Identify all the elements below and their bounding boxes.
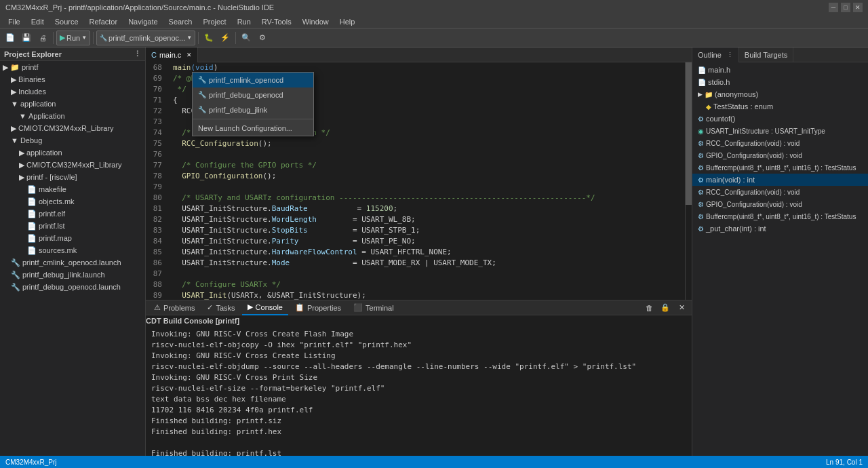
outline-label-main-h: main.h: [708, 66, 730, 74]
outline-icon-anonymous: 📁: [705, 91, 713, 98]
menu-help[interactable]: Help: [334, 15, 361, 28]
menu-window[interactable]: Window: [297, 15, 334, 28]
editor-tab-main[interactable]: C main.c ✕: [146, 47, 198, 62]
outline-item-rcc-config2[interactable]: ⚙ RCC_Configuration(void) : void: [692, 186, 868, 198]
menu-source[interactable]: Source: [50, 15, 84, 28]
title-bar-controls[interactable]: ─ □ ✕: [829, 3, 863, 12]
tab-terminal[interactable]: ⬛ Terminal: [348, 300, 399, 315]
outline-item-gpio-config2[interactable]: ⚙ GPIO_Configuration(void) : void: [692, 198, 868, 210]
tree-item-debug[interactable]: ▼ Debug: [0, 134, 145, 147]
tab-console[interactable]: ▶ Console: [242, 300, 288, 315]
menu-rvtools[interactable]: RV-Tools: [256, 15, 297, 28]
tab-outline[interactable]: Outline ⋮: [692, 47, 739, 62]
project-explorer-menu[interactable]: ⋮: [134, 50, 141, 58]
tree-item-makefile[interactable]: 📄 makefile: [0, 183, 145, 195]
tree-label-printf-riscv: printf - [riscv/le]: [26, 173, 77, 181]
build-targets-label: Build Targets: [745, 51, 787, 59]
toolbar-print[interactable]: 🖨: [35, 31, 50, 45]
outline-item-buffercmp1[interactable]: ⚙ Buffercmp(uint8_t*, uint8_t*, uint16_t…: [692, 161, 868, 174]
outline-item-main-h[interactable]: 📄 main.h: [692, 64, 868, 76]
outline-item-buffercmp2[interactable]: ⚙ Buffercmp(uint8_t*, uint8_t*, uint16_t…: [692, 210, 868, 222]
tab-build-targets[interactable]: Build Targets: [739, 47, 793, 62]
tree-item-launch-cmlink[interactable]: 🔧 printf_cmlink_openocd.launch: [0, 256, 145, 269]
tree-item-includes[interactable]: ▶ Includes: [0, 85, 145, 98]
tree-item-printf[interactable]: ▶ 📁 printf: [0, 61, 145, 73]
toolbar-settings[interactable]: ⚙: [255, 31, 270, 45]
toolbar-search[interactable]: 🔍: [239, 31, 254, 45]
menu-edit[interactable]: Edit: [26, 15, 50, 28]
run-config-selector[interactable]: ▶ Run ▼: [56, 31, 90, 45]
menu-bar: File Edit Source Refactor Navigate Searc…: [0, 15, 868, 28]
toolbar-build[interactable]: ⚡: [218, 31, 233, 45]
tree-item-printf-elf[interactable]: 📄 printf.elf: [0, 208, 145, 220]
outline-item-usart-struct[interactable]: ◉ USART_InitStructure : USART_InitType: [692, 125, 868, 137]
status-left: CM32M4xxR_Prj: [5, 459, 57, 466]
outline-item-teststatus[interactable]: ◆ TestStatus : enum: [692, 100, 868, 113]
editor-scrollbar[interactable]: [685, 62, 692, 300]
menu-refactor[interactable]: Refactor: [84, 15, 123, 28]
outline-item-main[interactable]: ⚙ main(void) : int: [692, 174, 868, 186]
launch-item-label-3: printf_debug_jlink: [209, 106, 267, 114]
toolbar-debug[interactable]: 🐛: [201, 31, 216, 45]
tree-item-debug-cmiot[interactable]: ▶ CMIOT.CM32M4xxR_Library: [0, 159, 145, 171]
tree-item-binaries[interactable]: ▶ Binaries: [0, 73, 145, 85]
tab-tasks[interactable]: ✓ Tasks: [201, 300, 240, 315]
maximize-button[interactable]: □: [841, 3, 850, 12]
scrollbar-thumb[interactable]: [686, 62, 692, 205]
tree-item-printf-lst[interactable]: 📄 printf.lst: [0, 220, 145, 232]
tree-item-cmiot-library[interactable]: ▶ CMIOT.CM32M4xxR_Library: [0, 122, 145, 134]
outline-label-anonymous: (anonymous): [715, 90, 758, 98]
outline-icon-stdio-h: 📄: [698, 79, 706, 86]
outline-item-anonymous[interactable]: ▶ 📁 (anonymous): [692, 88, 868, 100]
project-tree[interactable]: ▶ 📁 printf ▶ Binaries ▶ Includes ▼ appli…: [0, 61, 145, 456]
tree-item-objects-mk[interactable]: 📄 objects.mk: [0, 195, 145, 208]
outline-label-countof: countof(): [706, 115, 735, 123]
tree-item-application[interactable]: ▼ application: [0, 98, 145, 110]
console-line-7: text data bss dec hex filename: [151, 394, 686, 405]
tree-item-Application[interactable]: ▼ Application: [0, 110, 145, 122]
tree-item-sources-mk[interactable]: 📄 sources.mk: [0, 244, 145, 256]
run-config-arrow: ▼: [81, 35, 87, 41]
tree-item-debug-app[interactable]: ▶ application: [0, 147, 145, 159]
outline-tab-menu[interactable]: ⋮: [727, 52, 733, 58]
launch-config-dropdown[interactable]: 🔧 printf_cmlink_openoc... ▼ 🔧 printf_cml…: [96, 31, 195, 45]
toolbar-save[interactable]: 💾: [19, 31, 34, 45]
menu-navigate[interactable]: Navigate: [123, 15, 163, 28]
outline-item-gpio-config[interactable]: ⚙ GPIO_Configuration(void) : void: [692, 149, 868, 161]
tab-properties-label: Properties: [307, 304, 341, 312]
menu-run[interactable]: Run: [232, 15, 256, 28]
toolbar-new[interactable]: 📄: [3, 31, 18, 45]
bottom-close-btn[interactable]: ✕: [674, 300, 689, 315]
bottom-scroll-btn[interactable]: 🔒: [658, 300, 673, 315]
launch-option-3[interactable]: 🔧 printf_debug_jlink: [193, 102, 313, 117]
outline-item-rcc-config[interactable]: ⚙ RCC_Configuration(void) : void: [692, 137, 868, 149]
project-explorer-header: Project Explorer ⋮: [0, 47, 145, 61]
menu-project[interactable]: Project: [197, 15, 231, 28]
console-output[interactable]: Invoking: GNU RISC-V Cross Create Flash …: [146, 326, 692, 456]
new-launch-config[interactable]: New Launch Configuration...: [193, 121, 313, 136]
tree-item-launch-jlink[interactable]: 🔧 printf_debug_jlink.launch: [0, 269, 145, 281]
outline-tree[interactable]: 📄 main.h 📄 stdio.h ▶ 📁 (anonymous) ◆ Tes…: [692, 62, 868, 456]
outline-label-gpio-config: GPIO_Configuration(void) : void: [706, 152, 802, 159]
menu-file[interactable]: File: [3, 15, 26, 28]
launch-option-2[interactable]: 🔧 printf_debug_openocd: [193, 87, 313, 102]
menu-search[interactable]: Search: [163, 15, 198, 28]
console-line-4: riscv-nuclei-elf-objdump --source --all-…: [151, 362, 686, 372]
tree-label-application: application: [20, 100, 56, 108]
outline-item-putchar[interactable]: ⚙ _put_char(int) : int: [692, 222, 868, 235]
tab-close-icon[interactable]: ✕: [186, 52, 192, 58]
outline-item-stdio-h[interactable]: 📄 stdio.h: [692, 76, 868, 88]
launch-option-1[interactable]: 🔧 printf_cmlink_openocd: [193, 73, 313, 87]
tab-problems[interactable]: ⚠ Problems: [149, 300, 200, 315]
tree-item-launch-openocd[interactable]: 🔧 printf_debug_openocd.launch: [0, 281, 145, 293]
tree-item-printf-riscv[interactable]: ▶ printf - [riscv/le]: [0, 171, 145, 183]
tab-properties[interactable]: 📋 Properties: [290, 300, 347, 315]
minimize-button[interactable]: ─: [829, 3, 838, 12]
outline-label-rcc-config: RCC_Configuration(void) : void: [706, 140, 800, 147]
close-button[interactable]: ✕: [853, 3, 863, 12]
outline-item-countof[interactable]: ⚙ countof(): [692, 113, 868, 125]
tree-item-printf-map[interactable]: 📄 printf.map: [0, 232, 145, 244]
console-line-11: [151, 437, 686, 448]
bottom-clear-btn[interactable]: 🗑: [642, 300, 656, 315]
icon-launch-jlink: 🔧: [11, 271, 20, 279]
